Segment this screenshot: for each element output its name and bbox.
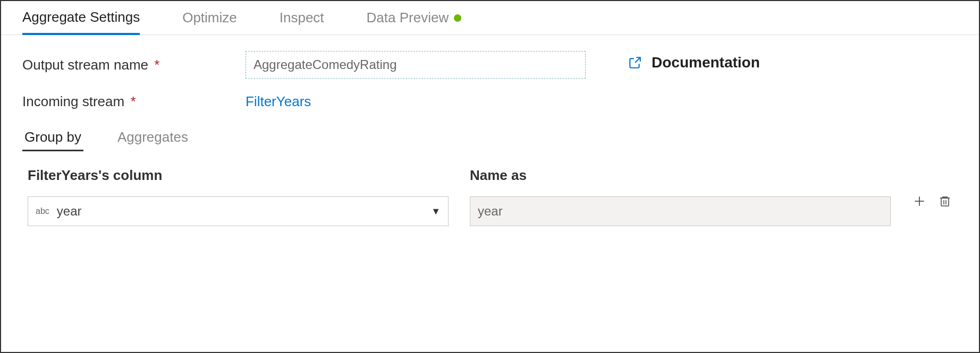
alias-column-input[interactable]: year	[470, 196, 891, 226]
subtab-aggregates[interactable]: Aggregates	[115, 125, 190, 151]
column-type-icon: abc	[36, 206, 49, 216]
sub-tabs: Group by Aggregates	[22, 125, 979, 151]
source-column-select[interactable]: abc year ▼	[28, 196, 449, 226]
tab-data-preview-label: Data Preview	[367, 10, 449, 26]
tab-inspect[interactable]: Inspect	[280, 2, 324, 33]
incoming-stream-text: Incoming stream	[22, 93, 124, 109]
alias-column-header: Name as	[470, 167, 891, 184]
status-indicator-icon	[454, 14, 461, 22]
output-stream-name-input[interactable]	[246, 51, 586, 79]
chevron-down-icon: ▼	[431, 206, 441, 217]
incoming-stream-label: Incoming stream *	[22, 93, 246, 110]
documentation-link[interactable]: Documentation	[628, 54, 760, 71]
documentation-label: Documentation	[652, 54, 760, 71]
add-row-button[interactable]	[912, 194, 927, 209]
top-tabs: Aggregate Settings Optimize Inspect Data…	[1, 1, 979, 35]
delete-row-button[interactable]	[937, 194, 952, 209]
tab-optimize[interactable]: Optimize	[182, 2, 237, 33]
alias-column-value: year	[478, 204, 503, 219]
required-asterisk: *	[154, 57, 159, 73]
output-stream-name-label: Output stream name *	[22, 57, 246, 73]
source-column-header: FilterYears's column	[28, 167, 449, 184]
source-column-value: year	[57, 204, 431, 219]
tab-data-preview[interactable]: Data Preview	[367, 2, 462, 33]
tab-aggregate-settings[interactable]: Aggregate Settings	[22, 2, 140, 35]
external-link-icon	[628, 56, 642, 70]
required-asterisk: *	[130, 93, 136, 109]
svg-rect-2	[941, 198, 949, 206]
output-stream-name-text: Output stream name	[22, 57, 148, 73]
subtab-group-by[interactable]: Group by	[22, 125, 83, 151]
incoming-stream-link[interactable]: FilterYears	[246, 93, 311, 110]
